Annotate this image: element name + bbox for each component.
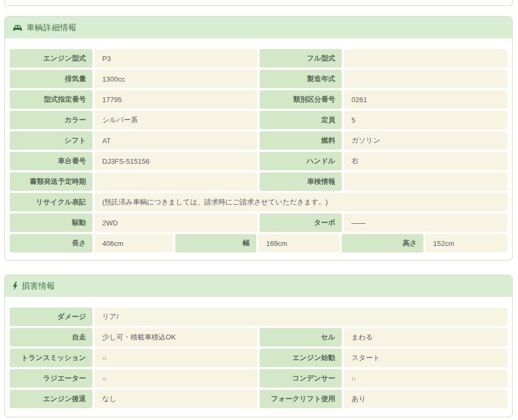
panel-title: 損害情報 — [22, 281, 55, 291]
field-value: 少し可・積載車積込OK — [95, 328, 257, 346]
table-row: エンジン型式P3フル型式 — [10, 49, 507, 68]
field-label: カラー — [10, 111, 92, 129]
bolt-icon — [12, 282, 18, 290]
field-value: 0261 — [344, 90, 507, 109]
field-value: スタート — [344, 349, 507, 367]
vehicle-details-header: 車輌詳細情報 — [5, 17, 512, 38]
field-label: ラジエーター — [10, 369, 92, 388]
field-label: 書類発送予定時期 — [10, 172, 92, 191]
table-row: ダメージリア/ — [10, 308, 507, 326]
field-value: ガソリン — [344, 131, 507, 150]
field-value: AT — [95, 131, 257, 150]
table-row: 駆動2WDターボ—— — [10, 214, 507, 232]
table-row: エンジン後退なしフォークリフト使用あり — [10, 390, 507, 408]
vehicle-details-table: エンジン型式P3フル型式排気量1300cc製造年式型式指定番号17795類別区分… — [5, 38, 512, 260]
field-value — [344, 70, 507, 88]
field-label: 排気量 — [10, 70, 92, 88]
field-value: あり — [344, 390, 507, 408]
field-value — [344, 172, 507, 191]
field-label: 自走 — [10, 328, 92, 346]
vehicle-details-panel: 車輌詳細情報 エンジン型式P3フル型式排気量1300cc製造年式型式指定番号17… — [4, 16, 513, 261]
field-label: 型式指定番号 — [10, 90, 92, 109]
field-label: 定員 — [260, 111, 342, 129]
field-label: 車検情報 — [260, 172, 342, 191]
field-label: 駆動 — [10, 214, 92, 232]
field-value: 5 — [344, 111, 507, 129]
field-value: 2WD — [95, 214, 257, 232]
field-label: フル型式 — [260, 49, 342, 68]
field-label: ダメージ — [10, 308, 92, 326]
field-label: 高さ — [342, 234, 423, 252]
field-label: ハンドル — [260, 152, 342, 170]
field-label: 幅 — [175, 234, 256, 252]
field-value: 152cm — [426, 234, 507, 252]
table-row: 自走少し可・積載車積込OKセルまわる — [10, 328, 507, 346]
field-label: エンジン型式 — [10, 49, 92, 68]
field-value — [344, 49, 507, 68]
table-row: 長さ406cm幅169cm高さ152cm — [10, 234, 507, 252]
damage-info-header: 損害情報 — [5, 275, 512, 297]
field-label: 車台番号 — [10, 152, 92, 170]
field-value: (預託済み車輌につきましては、請求時にご請求させていただきます。) — [95, 193, 507, 211]
table-row: 排気量1300cc製造年式 — [10, 70, 507, 88]
field-value: ○ — [95, 349, 257, 367]
table-row: カラーシルバー系定員5 — [10, 111, 507, 129]
field-value — [95, 172, 257, 191]
field-value: P3 — [95, 49, 257, 68]
damage-info-panel: 損害情報 ダメージリア/自走少し可・積載車積込OKセルまわるトランスミッション○… — [4, 275, 513, 417]
table-row: 書類発送予定時期車検情報 — [10, 172, 507, 191]
field-label: トランスミッション — [10, 349, 92, 367]
field-label: コンデンサー — [260, 369, 342, 388]
field-value: —— — [344, 214, 507, 232]
table-row: トランスミッション○エンジン始動スタート — [10, 349, 507, 367]
field-value: まわる — [344, 328, 507, 346]
field-value: ○ — [344, 369, 507, 388]
field-label: リサイクル表記 — [10, 193, 92, 211]
field-label: エンジン後退 — [10, 390, 92, 408]
field-value: なし — [95, 390, 257, 408]
table-row: 型式指定番号17795類別区分番号0261 — [10, 90, 507, 109]
table-row: ラジエーター○コンデンサー○ — [10, 369, 507, 388]
field-label: 類別区分番号 — [260, 90, 342, 109]
field-value: 169cm — [258, 234, 340, 252]
table-row: 車台番号DJ3FS-515156ハンドル右 — [10, 152, 507, 170]
field-value: 17795 — [95, 90, 257, 109]
field-label: 製造年式 — [260, 70, 342, 88]
table-row: シフトAT燃料ガソリン — [10, 131, 507, 150]
field-label: セル — [260, 328, 342, 346]
field-value: 1300cc — [95, 70, 257, 88]
field-value: DJ3FS-515156 — [95, 152, 257, 170]
field-value: 406cm — [95, 234, 173, 252]
field-label: シフト — [10, 131, 92, 150]
field-label: 長さ — [10, 234, 92, 252]
panel-title: 車輌詳細情報 — [26, 23, 77, 33]
field-label: 燃料 — [260, 131, 342, 150]
damage-info-table: ダメージリア/自走少し可・積載車積込OKセルまわるトランスミッション○エンジン始… — [5, 297, 512, 417]
field-value: 右 — [344, 152, 507, 170]
field-value: ○ — [95, 369, 257, 388]
previous-panel-bottom-edge — [4, 0, 513, 6]
field-label: フォークリフト使用 — [260, 390, 342, 408]
field-value: シルバー系 — [95, 111, 257, 129]
table-row: リサイクル表記(預託済み車輌につきましては、請求時にご請求させていただきます。) — [10, 193, 507, 211]
field-label: ターボ — [260, 214, 342, 232]
field-value: リア/ — [95, 308, 507, 326]
field-label: エンジン始動 — [260, 349, 342, 367]
car-icon — [12, 24, 23, 31]
